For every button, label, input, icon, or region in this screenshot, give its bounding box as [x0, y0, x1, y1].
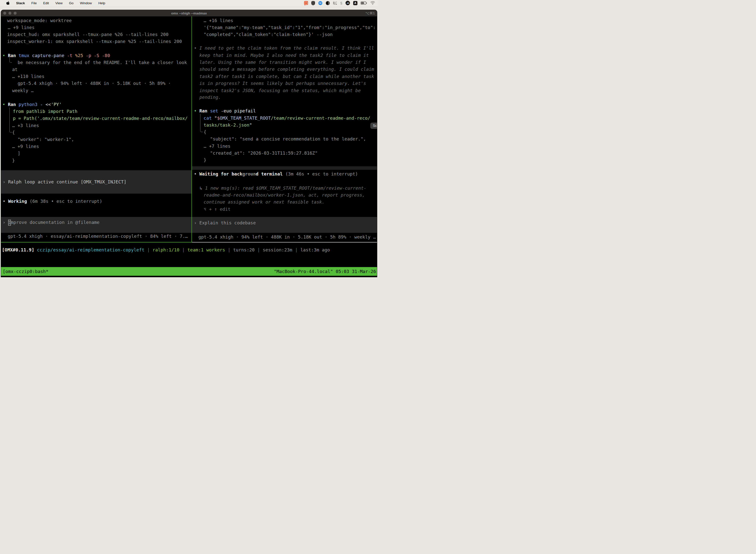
- terminal-text: Explain this codebase: [199, 220, 256, 225]
- dots-grid-icon[interactable]: [333, 1, 337, 5]
- left-terminal-pane[interactable]: workspace_mode: worktree… +9 linesinspec…: [1, 16, 191, 242]
- terminal-text: 'PY': [51, 102, 62, 107]
- terminal-text: ]: [18, 151, 20, 156]
- terminal-text: Ran: [199, 108, 210, 113]
- terminal-line: readme-and-reco/mailbox/worker-1.json, a…: [204, 191, 365, 199]
- battery-icon[interactable]: [361, 1, 367, 5]
- terminal-line: weekly …: [12, 87, 34, 94]
- terminal-text: at: [12, 67, 18, 72]
- terminal-text: … +110 lines: [12, 74, 44, 79]
- terminal-text: Ralph loop active continue [OMX_TMUX_INJ…: [8, 179, 126, 184]
- terminal-line: ↳ 1 new msg(s): read $OMX_TEAM_STATE_ROO…: [200, 185, 366, 191]
- terminal-text: "worker": "worker-1",: [18, 137, 74, 142]
- terminal-line: inspect_hud: omx sparkshell --tmux-pane …: [7, 31, 169, 38]
- terminal-text: ⌥ + ↑ edit: [204, 207, 231, 212]
- terminal-text: Ran: [8, 102, 19, 107]
- terminal-text: ralph:1/10: [152, 247, 179, 253]
- terminal-line: "subject": "send a concise recommendatio…: [210, 135, 366, 143]
- terminal-line: workspace_mode: worktree: [7, 17, 72, 24]
- terminal-text: team:1 workers: [188, 247, 225, 253]
- terminal-line: gpt-5.4 xhigh · 94% left · 488K in · 5.1…: [18, 80, 171, 87]
- terminal-text: •: [2, 102, 8, 107]
- terminal-text: d terminal: [256, 171, 285, 176]
- screen-tooltip: Scre: [370, 123, 377, 129]
- terminal-text: [OMX#0.11.9]: [2, 247, 37, 253]
- terminal-line: cat "$OMX_TEAM_STATE_ROOT/team/review-cu…: [204, 115, 370, 122]
- terminal-line: inspect task2's JSON, focusing on the st…: [199, 87, 361, 94]
- apple-logo-icon[interactable]: [6, 1, 10, 5]
- terminal-text: •: [194, 45, 199, 51]
- terminal-text: gpt-5.4 xhigh · 94% left · 488K in · 5.1…: [18, 81, 171, 86]
- blue-badge-icon[interactable]: [318, 1, 322, 5]
- count-badge-icon[interactable]: ..61: [345, 1, 350, 5]
- terminal-text: mprove documentation in @filename: [11, 220, 100, 225]
- terminal-line: p = Path('.omx/state/team/review-current…: [13, 115, 188, 122]
- terminal-text: Waiting for back: [199, 171, 242, 176]
- menu-item-go[interactable]: Go: [69, 1, 73, 5]
- terminal-line: }: [204, 157, 206, 164]
- terminal-text: set: [210, 108, 221, 113]
- terminal-line: • I need to get the claim token from the…: [194, 45, 374, 52]
- terminal-text: gpt-5.4 xhigh · 94% left · 488K in · 5.1…: [198, 234, 376, 239]
- window-title-bar: omx --xhigh --madmax ⌥⌘1: [1, 10, 377, 16]
- terminal-text: -euo pipefail: [221, 108, 256, 113]
- terminal-line: {: [204, 128, 206, 135]
- terminal-line: is in progress? It seems likely but perh…: [199, 80, 366, 87]
- terminal-text: should send a message before completing …: [199, 66, 374, 72]
- menu-item-view[interactable]: View: [55, 1, 63, 5]
- terminal-text: is in progress? It seems likely but perh…: [199, 81, 366, 86]
- input-source-icon[interactable]: A: [353, 1, 358, 5]
- terminal-text: (6m 38s • esc to interrupt): [29, 199, 102, 204]
- terminal-line: • Ran python3 - <<'PY': [2, 101, 62, 108]
- terminal-line: "created_at": "2026-03-31T11:59:27.816Z": [210, 150, 317, 157]
- terminal-text: (3m 46s • esc to interrupt): [285, 171, 358, 176]
- menu-item-file[interactable]: File: [31, 1, 37, 5]
- terminal-line: … +7 lines: [204, 143, 231, 150]
- terminal-text: 1 new msg(s): read $OMX_TEAM_STATE_ROOT/…: [205, 185, 366, 190]
- terminal-line: at: [12, 66, 18, 73]
- terminal-text: ›: [3, 179, 8, 184]
- wifi-icon[interactable]: [370, 1, 375, 5]
- tmux-session-label: [omx-cczip0:bash*: [1, 269, 48, 274]
- keypad-shield-icon[interactable]: [311, 1, 315, 5]
- terminal-text: <<: [45, 102, 51, 107]
- terminal-text: ↳: [200, 185, 205, 190]
- menu-item-window[interactable]: Window: [80, 1, 92, 5]
- terminal-line: {: [12, 129, 15, 136]
- screen-sharing-icon[interactable]: [304, 1, 308, 5]
- terminal-line: inspect_worker-1: omx sparkshell --tmux-…: [7, 38, 182, 45]
- terminal-text: -p: [86, 53, 94, 58]
- menu-item-edit[interactable]: Edit: [43, 1, 49, 5]
- terminal-text: Ran: [8, 53, 19, 58]
- terminal-text: p = Path('.omx/state/team/review-current…: [13, 116, 188, 121]
- terminal-line: ⌥ + ↑ edit: [204, 206, 231, 213]
- terminal-text: |: [225, 247, 233, 253]
- terminal-line: from pathlib import Path: [13, 108, 77, 115]
- menu-item-help[interactable]: Help: [98, 1, 105, 5]
- omx-status-line: [OMX#0.11.9] cczip/essay/ai-reimplementa…: [2, 246, 330, 254]
- terminal-text: tmux: [19, 53, 32, 58]
- terminal-text: ": [214, 115, 217, 121]
- terminal-text: from pathlib import Path: [13, 109, 77, 114]
- terminal-text: gpt-5.4 xhigh · essay/ai-reimplementatio…: [8, 233, 188, 239]
- terminal-line: • Ran set -euo pipefail: [194, 107, 256, 114]
- terminal-line: "worker": "worker-1",: [18, 136, 74, 143]
- terminal-line: task2 after task1 is complete, but can I…: [199, 73, 374, 80]
- terminal-text: continue assigned work or next feasible …: [204, 199, 325, 205]
- right-terminal-pane[interactable]: … +16 lines'{"team_name":"my-team","task…: [192, 16, 377, 242]
- terminal-line: … +16 lines: [204, 17, 233, 24]
- terminal-text: keep that in mind. Maybe I also need the…: [199, 53, 369, 58]
- contrast-icon[interactable]: [326, 1, 330, 5]
- terminal-line: "completed","claim_token":"claim-token"}…: [204, 31, 333, 38]
- terminal-text: cat: [204, 115, 214, 121]
- terminal-text: {: [12, 130, 15, 135]
- panel-edge-strip: [192, 166, 377, 170]
- tmux-status-bar: [omx-cczip0:bash* "MacBook-Pro-44.local"…: [1, 267, 377, 276]
- terminal-line: '{"team_name":"my-team","task_id":"1","f…: [204, 24, 376, 31]
- terminal-text: python3: [19, 102, 40, 107]
- terminal-text: … +16 lines: [204, 18, 233, 23]
- terminal-line: pending.: [199, 94, 221, 101]
- section-squiggle-icon[interactable]: §: [340, 1, 342, 5]
- terminal-text: … +9 lines: [12, 144, 39, 149]
- active-app-name[interactable]: Slack: [16, 1, 25, 5]
